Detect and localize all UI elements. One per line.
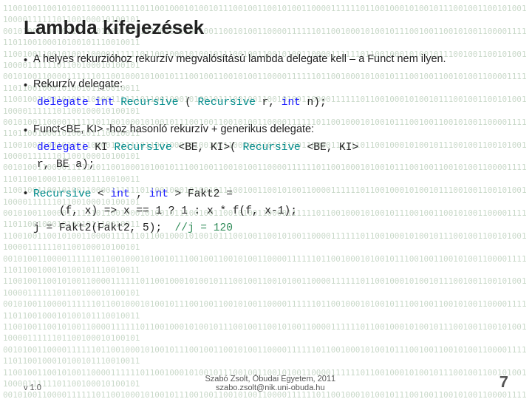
- code-param-recursive2: Recursive: [198, 96, 256, 108]
- bullet-1: •: [24, 54, 27, 66]
- code-recursive4: Recursive: [33, 188, 91, 200]
- footer-attribution: Szabó Zsolt, Óbudai Egyetem, 2011szabo.z…: [205, 374, 335, 392]
- bullet-2: •: [24, 79, 27, 91]
- code-int4a: int: [111, 188, 130, 200]
- code-fn-recursive2: Recursive: [120, 96, 178, 108]
- footer-attribution-text: Szabó Zsolt, Óbudai Egyetem, 2011szabo.z…: [205, 374, 335, 392]
- section-4-code: Recursive < int , int > Fakt2 = (f, x) =…: [33, 185, 297, 237]
- code-keyword-delegate2: delegate: [37, 96, 89, 108]
- code-param-recursive3: Recursive: [243, 141, 301, 153]
- section-3: • Funct<BE, KI> -hoz hasonló rekurzív + …: [24, 123, 508, 173]
- section-1: • A helyes rekurzióhoz rekurzív megvalós…: [24, 52, 508, 66]
- bullet-3: •: [24, 124, 27, 136]
- footer: v 1.0 Szabó Zsolt, Óbudai Egyetem, 2011s…: [24, 372, 508, 392]
- section-3-code: delegate KI Recursive <BE, KI>( Recursiv…: [37, 139, 508, 173]
- code-fn-recursive3: Recursive: [114, 141, 171, 153]
- section-2-code: delegate int Recursive ( Recursive r, in…: [37, 94, 508, 111]
- section-1-body: A helyes rekurzióhoz rekurzív megvalósít…: [33, 52, 446, 64]
- code-keyword-delegate3: delegate: [37, 141, 89, 153]
- section-4: • Recursive < int , int > Fakt2 = (f, x)…: [24, 185, 508, 237]
- section-3-text: • Funct<BE, KI> -hoz hasonló rekurzív + …: [24, 123, 508, 136]
- footer-version: v 1.0: [24, 383, 41, 392]
- section-4-bullet-row: • Recursive < int , int > Fakt2 = (f, x)…: [24, 185, 508, 237]
- section-2-label: Rekurzív delegate:: [33, 78, 123, 89]
- code-comment4: //j = 120: [175, 222, 233, 233]
- section-1-text: • A helyes rekurzióhoz rekurzív megvalós…: [24, 52, 508, 66]
- section-3-body: Funct<BE, KI> -hoz hasonló rekurzív + ge…: [33, 123, 314, 134]
- section-2-label-row: • Rekurzív delegate:: [24, 78, 508, 91]
- code-keyword-int2b: int: [282, 96, 301, 108]
- page-title: Lambda kifejezések: [24, 16, 508, 39]
- section-2: • Rekurzív delegate: delegate int Recurs…: [24, 78, 508, 111]
- footer-page-number: 7: [499, 372, 508, 392]
- code-keyword-int2: int: [95, 96, 114, 108]
- code-int4b: int: [149, 188, 168, 200]
- bullet-4: •: [24, 187, 27, 199]
